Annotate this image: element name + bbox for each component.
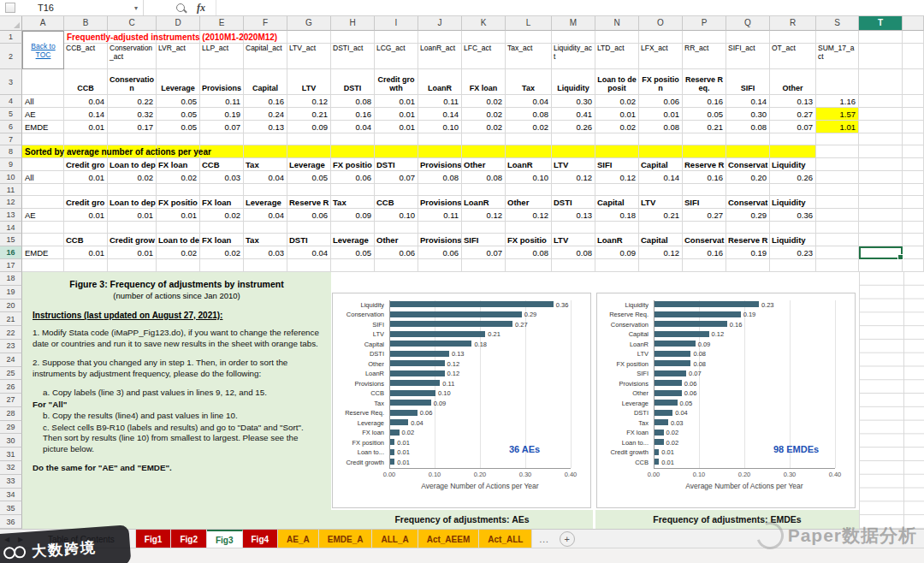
- cell-I10[interactable]: 0.07: [375, 171, 418, 184]
- cell-H10[interactable]: 0.06: [331, 171, 375, 184]
- row-header-3[interactable]: 3: [0, 69, 22, 95]
- selected-cell-outline[interactable]: [859, 246, 903, 259]
- cell-R11[interactable]: [770, 184, 816, 196]
- cell-K1[interactable]: [462, 31, 506, 44]
- cell-T7[interactable]: [859, 133, 903, 145]
- cell-E4[interactable]: 0.11: [200, 95, 244, 108]
- cell-T8[interactable]: [859, 145, 903, 158]
- cell-M6[interactable]: 0.26: [552, 121, 595, 133]
- tab-emde-a[interactable]: EMDE_A: [319, 530, 373, 548]
- column-header-R[interactable]: R: [770, 15, 816, 31]
- cell-B14[interactable]: [64, 222, 108, 234]
- cell-P14[interactable]: [683, 222, 726, 234]
- cell-J15[interactable]: Provisions: [418, 234, 462, 246]
- cell-R1[interactable]: [770, 31, 816, 44]
- cell-B9[interactable]: Credit gro: [64, 158, 108, 171]
- cell-B2[interactable]: CCB_act: [64, 44, 108, 69]
- cell-C16[interactable]: 0.01: [108, 246, 157, 259]
- cell-O2[interactable]: LFX_act: [639, 44, 683, 69]
- row-header-35[interactable]: 35: [0, 501, 22, 515]
- cell-I11[interactable]: [375, 184, 418, 196]
- cell-I17[interactable]: [375, 259, 418, 272]
- cell-B5[interactable]: 0.14: [64, 108, 108, 121]
- cell-R8[interactable]: [770, 145, 816, 158]
- cell-Q9[interactable]: Conservat: [726, 158, 770, 171]
- cell-L6[interactable]: 0.02: [506, 121, 552, 133]
- cell-N8[interactable]: [595, 145, 639, 158]
- cell-J4[interactable]: 0.11: [418, 95, 462, 108]
- cell-Q5[interactable]: 0.30: [726, 108, 770, 121]
- cell-T10[interactable]: [859, 171, 903, 184]
- add-sheet-button[interactable]: +: [560, 531, 575, 547]
- cell-S17[interactable]: [816, 259, 859, 272]
- cell-S16[interactable]: [816, 246, 859, 259]
- select-all-corner[interactable]: [0, 15, 22, 31]
- cell-D9[interactable]: FX loan: [157, 158, 200, 171]
- cell-L1[interactable]: [506, 31, 552, 44]
- cell-U4[interactable]: [903, 95, 924, 108]
- cell-K3[interactable]: FX loan: [462, 69, 506, 95]
- cell-F7[interactable]: [244, 133, 287, 145]
- cell-B12[interactable]: Credit gro: [64, 196, 108, 209]
- cell-D16[interactable]: 0.02: [157, 246, 200, 259]
- cell-B16[interactable]: 0.01: [64, 246, 108, 259]
- cell-T14[interactable]: [859, 222, 903, 234]
- cell-F11[interactable]: [244, 184, 287, 196]
- cell-F2[interactable]: Capital_act: [244, 44, 287, 69]
- cell-K14[interactable]: [462, 222, 506, 234]
- cell-R12[interactable]: Liquidity: [770, 196, 816, 209]
- row-header-8[interactable]: 8: [0, 145, 22, 158]
- row-header-31[interactable]: 31: [0, 447, 22, 461]
- cell-M15[interactable]: LTV: [552, 234, 595, 246]
- cell-Q1[interactable]: [726, 31, 770, 44]
- cell-G15[interactable]: DSTI: [287, 234, 331, 246]
- cell-U2[interactable]: [903, 44, 924, 69]
- cell-A14[interactable]: [22, 222, 64, 234]
- cell-E7[interactable]: [200, 133, 244, 145]
- row-header-36[interactable]: 36: [0, 515, 22, 529]
- cell-G17[interactable]: [287, 259, 331, 272]
- cell-S1[interactable]: [816, 31, 859, 44]
- row-header-9[interactable]: 9: [0, 158, 22, 171]
- tab-overflow[interactable]: ...: [532, 530, 555, 548]
- cell-F16[interactable]: 0.03: [244, 246, 287, 259]
- cell-N16[interactable]: 0.09: [595, 246, 639, 259]
- column-header-Q[interactable]: Q: [726, 15, 770, 31]
- cell-A12[interactable]: [22, 196, 64, 209]
- column-header-D[interactable]: D: [157, 15, 200, 31]
- cell-F12[interactable]: Leverage: [244, 196, 287, 209]
- column-header-B[interactable]: B: [64, 15, 108, 31]
- cell-S6[interactable]: 1.01: [816, 121, 859, 133]
- column-header-I[interactable]: I: [375, 15, 418, 31]
- cell-H4[interactable]: 0.08: [331, 95, 375, 108]
- cell-C14[interactable]: [108, 222, 157, 234]
- cell-R10[interactable]: 0.26: [770, 171, 816, 184]
- cell-J5[interactable]: 0.14: [418, 108, 462, 121]
- cell-N14[interactable]: [595, 222, 639, 234]
- cell-N17[interactable]: [595, 259, 639, 272]
- cell-G8[interactable]: [287, 145, 331, 158]
- cell-G5[interactable]: 0.21: [287, 108, 331, 121]
- cell-T9[interactable]: [859, 158, 903, 171]
- cell-B10[interactable]: 0.01: [64, 171, 108, 184]
- column-header-K[interactable]: K: [462, 15, 506, 31]
- cell-C10[interactable]: 0.02: [108, 171, 157, 184]
- cell-D17[interactable]: [157, 259, 200, 272]
- cell-U3[interactable]: [903, 69, 924, 95]
- cell-H9[interactable]: FX positio: [331, 158, 375, 171]
- cell-G12[interactable]: Reserve R: [287, 196, 331, 209]
- cell-P17[interactable]: [683, 259, 726, 272]
- tab-fig3[interactable]: Fig3: [207, 530, 243, 548]
- cell-I1[interactable]: [375, 31, 418, 44]
- cell-O6[interactable]: 0.08: [639, 121, 683, 133]
- formula-input[interactable]: [216, 0, 924, 15]
- cell-E11[interactable]: [200, 184, 244, 196]
- cell-C5[interactable]: 0.32: [108, 108, 157, 121]
- column-header-E[interactable]: E: [200, 15, 244, 31]
- cell-M2[interactable]: Liquidity_act: [552, 44, 595, 69]
- cell-K10[interactable]: 0.08: [462, 171, 506, 184]
- row-header-7[interactable]: 7: [0, 133, 22, 145]
- cell-T17[interactable]: [859, 259, 903, 272]
- cell-D14[interactable]: [157, 222, 200, 234]
- cell-H15[interactable]: Leverage: [331, 234, 375, 246]
